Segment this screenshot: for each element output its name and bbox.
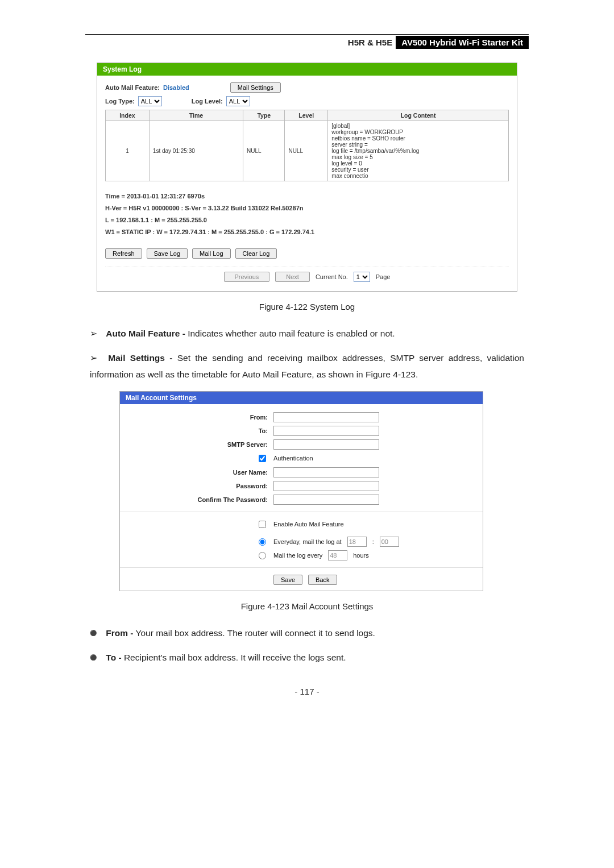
log-type-label: Log Type: — [105, 98, 135, 105]
save-button[interactable]: Save — [273, 575, 302, 585]
divider — [120, 567, 483, 568]
divider — [120, 512, 483, 512]
from-label: From: — [131, 414, 268, 421]
col-content: Log Content — [328, 110, 509, 121]
log-table: Index Time Type Level Log Content 1 1st … — [105, 110, 509, 181]
para-auto-mail: ➢ Auto Mail Feature - Indicates whether … — [90, 325, 524, 342]
from-title: From - — [106, 628, 133, 638]
smtp-input[interactable] — [273, 439, 379, 450]
figure-caption-2: Figure 4-123 Mail Account Settings — [85, 601, 529, 611]
figure-caption-1: Figure 4-122 System Log — [85, 302, 529, 312]
from-text: Your mail box address. The router will c… — [136, 628, 375, 638]
user-input[interactable] — [273, 467, 379, 477]
table-row: 1 1st day 01:25:30 NULL NULL [global] wo… — [106, 121, 509, 181]
arrow-icon: ➢ — [90, 325, 103, 342]
col-level: Level — [285, 110, 328, 121]
schedule-every-radio[interactable] — [259, 552, 266, 559]
confirm-label: Confirm The Password: — [131, 496, 268, 503]
sysinfo-lan: L = 192.168.1.1 : M = 255.255.255.0 — [105, 214, 509, 226]
cell-content: [global] workgroup = WORKGROUP netbios n… — [328, 121, 509, 181]
time-sep: : — [372, 538, 374, 545]
to-input[interactable] — [273, 426, 379, 436]
bullet-icon: ⚫ — [90, 652, 103, 663]
page-label: Page — [376, 273, 391, 280]
page-number: - 117 - — [85, 687, 529, 696]
system-info: Time = 2013-01-01 12:31:27 6970s H-Ver =… — [105, 190, 509, 238]
system-log-panel: System Log Auto Mail Feature: Disabled M… — [97, 63, 517, 292]
clear-log-button[interactable]: Clear Log — [235, 248, 277, 259]
save-log-button[interactable]: Save Log — [147, 248, 188, 259]
col-type: Type — [243, 110, 285, 121]
cell-type: NULL — [243, 121, 285, 181]
pass-label: Password: — [131, 483, 268, 489]
enable-auto-mail-checkbox[interactable] — [259, 521, 266, 528]
auto-mail-text: Indicates whether auto mail feature is e… — [188, 329, 395, 338]
log-table-header-row: Index Time Type Level Log Content — [106, 110, 509, 121]
auth-checkbox[interactable] — [259, 455, 266, 462]
cell-index: 1 — [106, 121, 150, 181]
previous-button[interactable]: Previous — [224, 272, 270, 282]
mail-account-panel: Mail Account Settings From: To: SMTP Ser… — [119, 391, 483, 591]
cell-level: NULL — [285, 121, 328, 181]
page-header: H5R & H5E AV500 Hybrid Wi-Fi Starter Kit — [85, 36, 529, 49]
auto-mail-feature-value: Disabled — [163, 84, 189, 91]
current-no-label: Current No. — [316, 273, 348, 280]
sysinfo-wan: W1 = STATIC IP : W = 172.29.74.31 : M = … — [105, 226, 509, 238]
enable-auto-mail-label: Enable Auto Mail Feature — [273, 521, 344, 528]
col-index: Index — [106, 110, 150, 121]
header-product: AV500 Hybrid Wi-Fi Starter Kit — [396, 36, 529, 49]
back-button[interactable]: Back — [308, 575, 337, 585]
from-input[interactable] — [273, 412, 379, 422]
arrow-icon: ➢ — [90, 350, 103, 366]
para-to: ⚫ To - Recipient's mail box address. It … — [90, 649, 524, 666]
every-label: Mail the log every — [273, 552, 322, 559]
auto-mail-feature-label: Auto Mail Feature: — [105, 84, 160, 91]
mail-settings-button[interactable]: Mail Settings — [230, 82, 281, 93]
hours-label: hours — [353, 552, 369, 559]
confirm-input[interactable] — [273, 495, 379, 505]
auth-label: Authentication — [273, 455, 313, 462]
next-button[interactable]: Next — [275, 272, 310, 282]
mail-log-button[interactable]: Mail Log — [192, 248, 231, 259]
refresh-button[interactable]: Refresh — [105, 248, 142, 259]
para-mail-settings: ➢ Mail Settings - Set the sending and re… — [90, 350, 524, 383]
to-title: To - — [106, 653, 121, 662]
current-no-select[interactable]: 1 — [354, 272, 370, 282]
header-rule — [85, 34, 529, 35]
pass-input[interactable] — [273, 481, 379, 491]
log-level-select[interactable]: ALL — [226, 96, 250, 106]
to-text: Recipient's mail box address. It will re… — [124, 653, 346, 662]
schedule-everyday-radio[interactable] — [259, 538, 266, 546]
sysinfo-time: Time = 2013-01-01 12:31:27 6970s — [105, 190, 509, 202]
cell-time: 1st day 01:25:30 — [149, 121, 243, 181]
smtp-label: SMTP Server: — [131, 441, 268, 448]
col-time: Time — [149, 110, 243, 121]
log-level-label: Log Level: — [192, 98, 223, 105]
bullet-icon: ⚫ — [90, 628, 103, 638]
log-type-select[interactable]: ALL — [138, 96, 162, 106]
everyday-hour-input[interactable] — [347, 537, 367, 547]
header-model: H5R & H5E — [345, 36, 396, 48]
para-from: ⚫ From - Your mail box address. The rout… — [90, 625, 524, 641]
everyday-min-input[interactable] — [380, 537, 399, 547]
every-hours-input[interactable] — [328, 550, 347, 560]
user-label: User Name: — [131, 469, 268, 476]
mail-account-title: Mail Account Settings — [120, 392, 483, 404]
system-log-title: System Log — [97, 63, 517, 76]
auto-mail-title: Auto Mail Feature - — [106, 329, 185, 338]
mail-settings-title: Mail Settings - — [108, 353, 172, 363]
to-label: To: — [131, 427, 268, 434]
sysinfo-ver: H-Ver = H5R v1 00000000 : S-Ver = 3.13.2… — [105, 202, 509, 214]
everyday-label: Everyday, mail the log at — [273, 538, 342, 545]
